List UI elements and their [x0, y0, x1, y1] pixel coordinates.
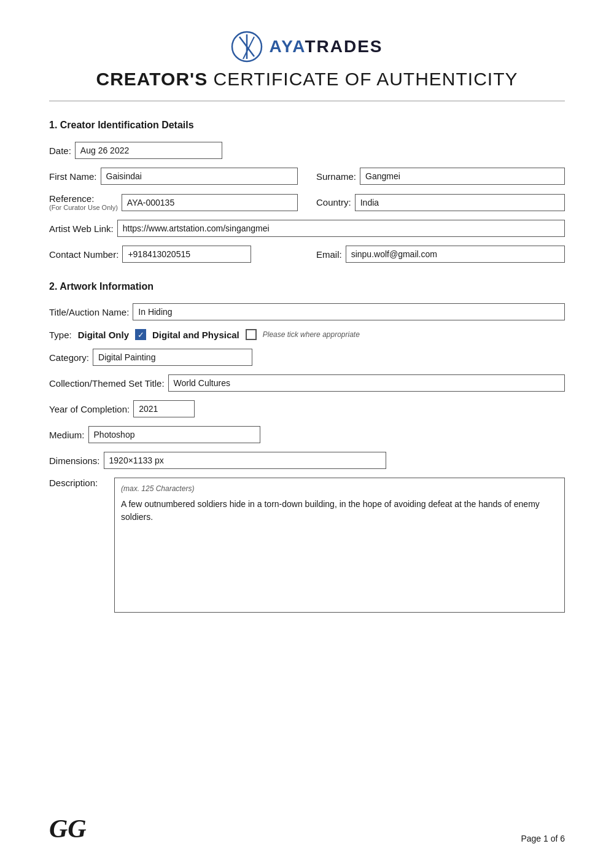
firstname-field[interactable]: Gaisindai: [101, 168, 298, 185]
year-label: Year of Completion:: [49, 404, 130, 414]
reference-col: Reference: (For Curator Use Only) AYA-00…: [49, 193, 298, 211]
country-col: Country: India: [316, 194, 565, 211]
logo-trades: TRADES: [305, 37, 383, 56]
description-label: Description:: [49, 478, 111, 488]
reference-field[interactable]: AYA-000135: [122, 194, 298, 211]
type-note: Please tick where appropriate: [263, 330, 360, 339]
signature: GG: [49, 814, 87, 843]
type-label: Type:: [49, 330, 72, 340]
artwork-title-label: Title/Auction Name:: [49, 307, 129, 317]
contact-field[interactable]: +918413020515: [122, 246, 251, 263]
page-number: Page 1 of 6: [521, 834, 565, 843]
web-field[interactable]: https://www.artstation.com/singangmei: [117, 220, 565, 237]
collection-row: Collection/Themed Set Title: World Cultu…: [49, 374, 565, 392]
document-page: AYATRADES CREATOR'S CERTIFICATE OF AUTHE…: [0, 0, 614, 868]
contact-row: Contact Number: +918413020515 Email: sin…: [49, 246, 565, 263]
firstname-col: First Name: Gaisindai: [49, 168, 298, 185]
contact-label: Contact Number:: [49, 249, 119, 260]
country-field[interactable]: India: [355, 194, 565, 211]
type-digital-physical: Digital and Physical: [152, 330, 239, 340]
email-col: Email: sinpu.wolf@gmail.com: [316, 246, 565, 263]
collection-field[interactable]: World Cultures: [168, 374, 565, 392]
reference-row: Reference: (For Curator Use Only) AYA-00…: [49, 193, 565, 211]
description-field[interactable]: (max. 125 Characters) A few outnumbered …: [114, 478, 565, 613]
dimensions-row: Dimensions: 1920×1133 px: [49, 452, 565, 469]
medium-row: Medium: Photoshop: [49, 426, 565, 443]
date-row: Date: Aug 26 2022: [49, 142, 565, 159]
medium-label: Medium:: [49, 430, 85, 440]
dimensions-label: Dimensions:: [49, 455, 100, 466]
email-field[interactable]: sinpu.wolf@gmail.com: [346, 246, 565, 263]
page-footer: GG Page 1 of 6: [49, 814, 565, 843]
reference-sub: (For Curator Use Only): [49, 204, 118, 211]
checkbox-digital-physical[interactable]: [246, 329, 257, 340]
category-row: Category: Digital Painting: [49, 349, 565, 366]
reference-label: Reference:: [49, 193, 118, 204]
section-artwork: 2. Artwork Information Title/Auction Nam…: [49, 281, 565, 613]
section2-title: 2. Artwork Information: [49, 281, 565, 292]
checkbox-digital-only[interactable]: ✓: [135, 329, 146, 340]
doc-title: CREATOR'S CERTIFICATE OF AUTHENTICITY: [96, 69, 518, 90]
year-row: Year of Completion: 2021: [49, 400, 565, 417]
country-label: Country:: [316, 197, 351, 207]
logo-icon: [231, 31, 263, 63]
dimensions-field[interactable]: 1920×1133 px: [104, 452, 386, 469]
doc-title-bold: CREATOR'S: [96, 69, 208, 89]
header-divider: [49, 101, 565, 101]
category-label: Category:: [49, 352, 89, 363]
medium-field[interactable]: Photoshop: [88, 426, 260, 443]
firstname-label: First Name:: [49, 171, 97, 182]
logo-text: AYATRADES: [269, 37, 383, 56]
artwork-title-row: Title/Auction Name: In Hiding: [49, 303, 565, 320]
year-field[interactable]: 2021: [133, 400, 195, 417]
name-row: First Name: Gaisindai Surname: Gangmei: [49, 168, 565, 185]
web-row: Artist Web Link: https://www.artstation.…: [49, 220, 565, 237]
type-row: Type: Digital Only ✓ Digital and Physica…: [49, 329, 565, 340]
surname-field[interactable]: Gangmei: [360, 168, 565, 185]
document-header: AYATRADES CREATOR'S CERTIFICATE OF AUTHE…: [49, 31, 565, 95]
date-field[interactable]: Aug 26 2022: [75, 142, 222, 159]
section1-title: 1. Creator Identification Details: [49, 120, 565, 131]
desc-limit: (max. 125 Characters): [121, 484, 558, 493]
section-creator: 1. Creator Identification Details Date: …: [49, 120, 565, 263]
artwork-title-field[interactable]: In Hiding: [133, 303, 565, 320]
email-label: Email:: [316, 249, 342, 260]
collection-label: Collection/Themed Set Title:: [49, 378, 165, 389]
surname-col: Surname: Gangmei: [316, 168, 565, 185]
category-field[interactable]: Digital Painting: [93, 349, 252, 366]
logo-aya: AYA: [269, 37, 305, 56]
svg-line-3: [243, 37, 254, 59]
contact-col: Contact Number: +918413020515: [49, 246, 298, 263]
reference-label-stack: Reference: (For Curator Use Only): [49, 193, 118, 211]
logo-area: AYATRADES: [231, 31, 383, 63]
surname-label: Surname:: [316, 171, 356, 182]
desc-text: A few outnumbered soldiers hide in a tor…: [121, 498, 558, 524]
date-label: Date:: [49, 145, 71, 156]
doc-title-rest: CERTIFICATE OF AUTHENTICITY: [208, 69, 518, 89]
description-row: Description: (max. 125 Characters) A few…: [49, 478, 565, 613]
web-label: Artist Web Link:: [49, 223, 114, 234]
type-digital-only: Digital Only: [78, 330, 129, 340]
